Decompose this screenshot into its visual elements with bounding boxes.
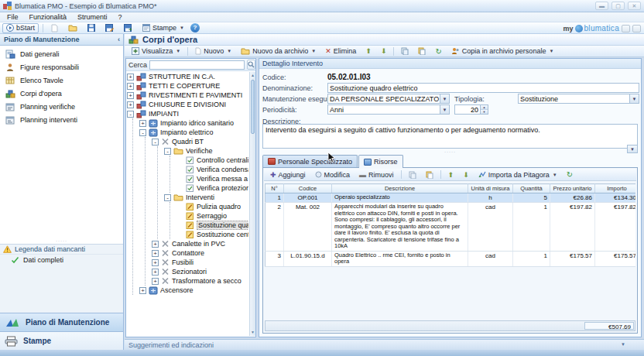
move-up-button[interactable]: ⬆ [361,46,375,56]
my-blumatica-logo[interactable]: my blumatica [563,24,619,33]
tree-expander-icon[interactable]: + [127,83,134,90]
menu-strumenti[interactable]: Strumenti [72,12,113,22]
tree-node[interactable]: +Sezionatori [152,267,248,276]
stampe-button[interactable]: Stampe▼ [139,23,188,33]
tree-expander-icon[interactable]: - [127,111,134,118]
tree-scrollbar[interactable]: ▲ ▼ [249,72,255,336]
copia-archivio-button[interactable]: Copia in archivio personale▼ [447,46,558,56]
sidebar-item-planning-interventi[interactable]: Planning interventi [0,113,123,126]
periodicita-value-stepper[interactable]: ▲▼ [454,104,488,115]
grid-refresh-icon[interactable]: ↻ [563,169,577,180]
sidebar-splitter[interactable]: ····· [0,239,123,243]
tree-expander-icon[interactable]: + [152,278,159,285]
scroll-down-icon[interactable]: ▼ [250,329,255,336]
descrizione-textarea[interactable]: Intervento da eseguirsi a seguito di cat… [262,124,638,149]
sidebar-item-elenco-tavole[interactable]: Elenco Tavole [0,74,123,87]
column-header[interactable]: Quantità [513,184,550,193]
tree-node[interactable]: +Contattore [152,248,248,258]
manutenzione-select[interactable]: DA PERSONALE SPECIALIZZATO ▼ [327,94,450,104]
sidebar-item-corpi-d-opera[interactable]: Corpi d'opera [0,87,123,100]
column-header[interactable]: Prezzo unitario [550,184,595,193]
tree-node[interactable]: +CHIUSURE E DIVISIONI [127,100,248,109]
search-icon[interactable] [247,60,255,70]
tree-node[interactable]: +Canalette in PVC [152,239,248,248]
tree-node[interactable]: -Interventi [164,193,248,202]
account-icon[interactable] [622,25,630,33]
tree-expander-icon[interactable]: - [164,148,171,155]
tree-node[interactable]: Serraggio [176,211,248,221]
tab-risorse[interactable]: Risorse [358,155,403,168]
tree-node[interactable]: Verifica condensatori [176,165,248,174]
menu-funzionalit[interactable]: Funzionalità [24,12,73,22]
section-stampe[interactable]: Stampe [0,331,123,350]
window-icon[interactable] [632,25,641,33]
copy-row-icon[interactable] [405,169,420,180]
refresh-icon[interactable]: ↻ [431,46,445,56]
menu-?[interactable]: ? [113,12,128,22]
nuovo-button[interactable]: Nuovo▼ [191,46,235,56]
tree-node[interactable]: -IMPIANTI [127,109,248,118]
column-header[interactable]: Importo [595,184,636,193]
denominazione-input[interactable] [327,83,639,93]
paste-row-icon[interactable] [422,169,437,180]
tree-node[interactable]: Verifica messa a terra [176,174,248,183]
periodicita-select[interactable]: Anni ▼ [327,104,450,115]
periodicita-value-input[interactable] [455,105,480,114]
new-document-icon[interactable] [47,23,62,33]
visualizza-button[interactable]: Visualizza▼ [128,46,184,56]
help-icon[interactable]: ? [190,23,200,33]
importa-pitagora-button[interactable]: Importa da Pitagora▼ [474,169,561,180]
open-folder-icon[interactable] [64,23,81,33]
tab-personale-specializzato[interactable]: Personale Specializzato [262,155,358,167]
tree-expander-icon[interactable]: + [139,120,146,127]
tree-node[interactable]: Verifica protezioni [176,183,248,193]
table-row[interactable]: 3L.01.90.15.dQuadro Elettrico .. rme CEI… [265,251,636,266]
tree-node[interactable]: +Trasformatore a secco [152,276,248,286]
tree-expander-icon[interactable]: + [152,269,159,276]
tree-expander-icon[interactable]: - [164,194,171,201]
elimina-button[interactable]: ✕ Elimina [321,46,360,56]
save-edit-icon[interactable] [101,23,118,33]
copy-icon[interactable] [397,46,413,56]
chevron-down-icon[interactable]: ▼ [440,94,449,103]
sidebar-item-planning-verifiche[interactable]: Planning verifiche [0,100,123,113]
column-header[interactable]: N° [265,184,284,193]
tree-node[interactable]: +RIVESTIMENTI E PAVIMENTI [127,91,248,100]
collapse-panel-icon[interactable]: ‹ [118,36,120,43]
tree-node[interactable]: Pulizia quadro [176,202,248,211]
bstart-button[interactable]: bStart [2,23,39,33]
tipologia-select[interactable]: Sostituzione ▼ [518,94,639,104]
tree-node[interactable]: -Verifiche [164,146,248,156]
tree-expander-icon[interactable]: + [127,74,134,80]
spin-down-icon[interactable]: ▼ [481,110,488,114]
tree-node[interactable]: Controllo centralina [176,156,248,165]
save-icon[interactable] [84,23,99,33]
tree-node[interactable]: +Fusibili [152,258,248,267]
detail-splitter[interactable]: ····· [262,150,638,154]
minimize-icon[interactable]: ▬ [595,2,608,10]
tree-expander-icon[interactable]: + [152,259,159,266]
table-row[interactable]: 1OP.001Operaio specializzatoh5€26.86€134… [265,193,636,203]
tree-expander-icon[interactable]: + [127,92,134,99]
column-header[interactable]: Descrizione [332,184,468,193]
tree-expander-icon[interactable]: + [127,101,134,108]
rimuovi-button[interactable]: ▬Rimuovi [355,169,398,180]
maximize-icon[interactable]: ▢ [611,2,625,10]
row-down-button[interactable]: ⬇ [459,169,473,180]
tree-node[interactable]: +Ascensore [139,286,248,295]
search-input[interactable] [149,60,245,70]
section-piano-di-manutenzione[interactable]: Piano di Manutenzione [0,313,123,331]
sidebar-item-figure-responsabili[interactable]: Figure responsabili [0,60,123,74]
tree-node[interactable]: +TETTI E COPERTURE [127,81,248,91]
tree-expander-icon[interactable]: + [152,250,159,257]
modifica-button[interactable]: Modifica [311,169,355,180]
paste-icon[interactable] [414,46,430,56]
column-header[interactable]: Codice [284,184,332,193]
scrollbar-thumb[interactable] [251,80,255,134]
close-icon[interactable]: ✕ [628,2,641,10]
nuovo-da-archivio-button[interactable]: Nuovo da archivio▼ [237,46,320,56]
tree-expander-icon[interactable]: + [152,241,159,248]
table-row[interactable]: 2Mat. 002Apparecchi modulari da inserire… [265,203,636,252]
scroll-up-icon[interactable]: ▲ [250,72,255,79]
tree-node[interactable]: +Impianto idrico sanitario [139,118,248,128]
